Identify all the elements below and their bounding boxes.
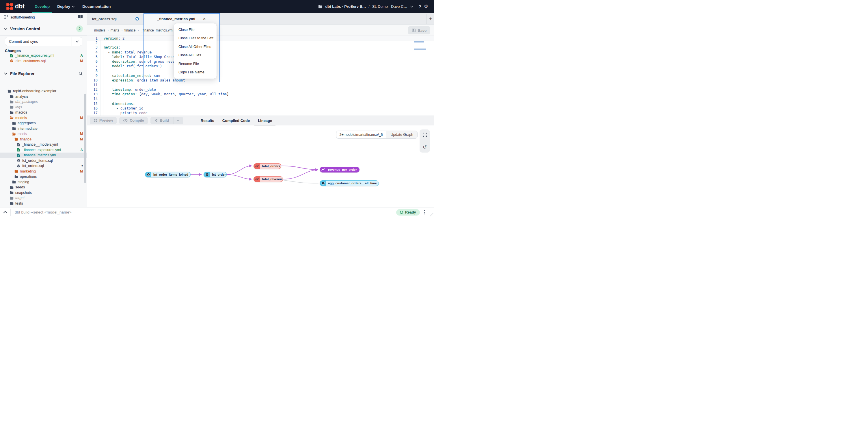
- commit-options-chevron[interactable]: [72, 37, 82, 46]
- menu-item-rename-file[interactable]: Rename File: [174, 60, 217, 68]
- tree-item-rapid-onboarding-exemplar[interactable]: rapid-onboarding-exemplar: [0, 88, 87, 94]
- docs-book-icon[interactable]: [78, 15, 83, 20]
- tree-item-analysis[interactable]: analysis: [0, 94, 87, 99]
- help-icon[interactable]: ?: [419, 4, 421, 9]
- code-editor[interactable]: 1version: 223metrics:4 - name: total_rev…: [87, 36, 434, 116]
- tree-item-operations[interactable]: operations: [0, 174, 87, 179]
- file-explorer-header[interactable]: File Explorer: [0, 67, 87, 80]
- folder-icon: [10, 196, 13, 200]
- panel-tab-compiled-code[interactable]: Compiled Code: [218, 116, 254, 125]
- changed-file-row[interactable]: dim_customers.sqlM: [0, 58, 87, 64]
- code-line-11: 11: [87, 83, 434, 87]
- tree-item-label: snapshots: [15, 191, 32, 195]
- breadcrumb-item[interactable]: marts: [111, 28, 119, 32]
- panel-tab-results[interactable]: Results: [197, 116, 218, 125]
- changed-file-row[interactable]: _finance_exposures.ymlA: [0, 53, 87, 58]
- tree-item-marts[interactable]: martsM: [0, 131, 87, 137]
- tree-item-tests[interactable]: tests: [0, 201, 87, 206]
- tree-item-intermediate[interactable]: intermediate: [0, 126, 87, 132]
- git-branch-icon: [4, 15, 8, 20]
- tree-item-fct_orders.sql[interactable]: fct_orders.sql•: [0, 163, 87, 169]
- new-tab-button[interactable]: +: [427, 13, 434, 25]
- file-explorer-title: File Explorer: [10, 71, 35, 76]
- tree-item-logs[interactable]: logs: [0, 105, 87, 110]
- sidebar-scrollbar[interactable]: [84, 94, 86, 183]
- breadcrumb-item[interactable]: _finance_metrics.yml: [141, 28, 173, 32]
- file-icon: [17, 143, 20, 146]
- tree-item-_finance__models.yml[interactable]: _finance__models.yml: [0, 142, 87, 147]
- expand-panel-chevron[interactable]: [0, 211, 10, 213]
- version-control-header[interactable]: Version Control 2: [0, 22, 87, 35]
- menu-item-copy-file-name[interactable]: Copy File Name: [174, 68, 217, 77]
- lineage-node-agg_customer_orders__all_time[interactable]: agg_customer_orders__all_time: [320, 180, 379, 186]
- model-cube-icon: [205, 173, 209, 176]
- line-number: 1: [87, 36, 98, 40]
- tab-context-menu: Close FileClose Files to the LeftClose A…: [174, 23, 217, 79]
- nav-documentation[interactable]: Documentation: [79, 0, 114, 13]
- save-button[interactable]: Save: [408, 26, 430, 34]
- tree-item-dbt_packages[interactable]: dbt_packages: [0, 99, 87, 105]
- preview-button[interactable]: Preview: [90, 117, 117, 124]
- node-label: total_revenue: [260, 177, 283, 182]
- line-number: 9: [87, 74, 98, 78]
- metric-trend-icon: [255, 177, 259, 181]
- menu-item-close-files-to-the-left[interactable]: Close Files to the Left: [174, 34, 217, 43]
- build-button[interactable]: Build: [150, 117, 183, 124]
- tree-item-snapshots[interactable]: snapshots: [0, 190, 87, 196]
- tree-item-fct_order_items.sql[interactable]: fct_order_items.sql: [0, 158, 87, 164]
- editor-tab-_finance_metrics.yml[interactable]: _finance_metrics.yml✕: [144, 13, 219, 25]
- project-chevron-down-icon[interactable]: [410, 5, 413, 7]
- build-options-chevron[interactable]: [174, 117, 180, 124]
- account-name[interactable]: dbt Labs - ProServ S…: [325, 4, 366, 9]
- project-name[interactable]: SL Demo - Dave C…: [372, 4, 407, 9]
- menu-item-close-all-files[interactable]: Close All Files: [174, 51, 217, 60]
- preview-grid-icon: [94, 119, 97, 122]
- git-branch-row[interactable]: sqlfluff-meeting: [0, 13, 87, 22]
- search-icon[interactable]: [79, 71, 83, 76]
- model-cube-icon: [321, 181, 325, 185]
- tree-item-label: operations: [20, 175, 37, 179]
- lineage-node-revenue_per_order[interactable]: revenue_per_order: [320, 167, 360, 173]
- editor-tab-fct_orders.sql[interactable]: fct_orders.sql: [87, 13, 144, 25]
- lineage-node-fct_orders[interactable]: fct_orders: [204, 172, 227, 177]
- close-tab-icon[interactable]: ✕: [203, 17, 206, 21]
- lineage-node-total_orders[interactable]: total_orders: [253, 163, 281, 169]
- tree-item-marketing[interactable]: marketingM: [0, 169, 87, 174]
- tree-item-models[interactable]: modelsM: [0, 115, 87, 121]
- code-line-8: 8: [87, 68, 434, 73]
- compile-button[interactable]: Compile: [119, 117, 148, 124]
- tree-item-label: _finance_metrics.yml: [22, 153, 56, 157]
- kebab-menu-icon[interactable]: [424, 210, 425, 215]
- lineage-canvas[interactable]: Update Graph ↺ int_order_items_joinedfct…: [87, 125, 434, 207]
- project-folder-icon: [318, 5, 322, 8]
- tree-item-aggregates[interactable]: aggregates: [0, 120, 87, 126]
- gear-icon[interactable]: ⚙: [424, 3, 428, 9]
- resize-handle[interactable]: [430, 213, 433, 216]
- node-label: fct_orders: [210, 172, 227, 177]
- tree-item-label: models: [15, 116, 27, 120]
- lineage-node-int_order_items_joined[interactable]: int_order_items_joined: [145, 172, 191, 177]
- tree-item-staging[interactable]: staging: [0, 179, 87, 185]
- tree-item-_finance_exposures.yml[interactable]: _finance_exposures.ymlA: [0, 147, 87, 153]
- lineage-node-total_revenue[interactable]: total_revenue: [253, 176, 283, 182]
- tree-item-seeds[interactable]: seeds: [0, 185, 87, 190]
- breadcrumb-item[interactable]: finance: [124, 28, 136, 32]
- menu-item-close-file[interactable]: Close File: [174, 25, 217, 34]
- commit-and-sync-button[interactable]: Commit and sync: [5, 37, 82, 46]
- nav-deploy[interactable]: Deploy: [54, 0, 79, 13]
- panel-tab-lineage[interactable]: Lineage: [254, 116, 276, 125]
- dbt-logo[interactable]: dbt: [6, 3, 25, 10]
- tree-item-finance[interactable]: financeM: [0, 137, 87, 142]
- line-number: 12: [87, 87, 98, 92]
- node-label: total_orders: [260, 164, 281, 169]
- tree-item-macros[interactable]: macros: [0, 110, 87, 115]
- tree-item-target[interactable]: target: [0, 195, 87, 201]
- breadcrumb-item[interactable]: models: [94, 28, 105, 32]
- tree-item-_finance_metrics.yml[interactable]: _finance_metrics.yml: [0, 152, 87, 158]
- changed-file-name: dim_customers.sql: [16, 59, 45, 63]
- lineage-edge-total_orders-revenue_per_order: [281, 166, 318, 170]
- menu-item-close-all-other-files[interactable]: Close All Other Files: [174, 42, 217, 51]
- nav-develop[interactable]: Develop: [31, 0, 54, 13]
- dbt-command-input[interactable]: dbt build --select <model_name>: [11, 210, 396, 214]
- tree-item-label: fct_order_items.sql: [22, 158, 53, 163]
